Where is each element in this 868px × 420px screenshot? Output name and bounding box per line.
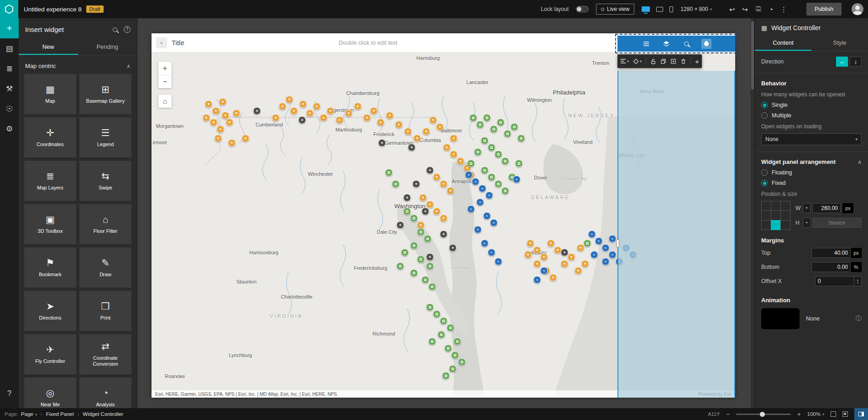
marker-orange-wildlife[interactable]: ✦ (440, 215, 448, 222)
copy-add-icon[interactable] (670, 58, 676, 64)
fit-to-window-icon[interactable] (831, 411, 836, 417)
marker-green-vegetation[interactable]: ✿ (438, 331, 445, 339)
widget-tile-coordinate-conversion[interactable]: ⇄Coordinate Conversion (79, 334, 131, 374)
breadcrumb-item[interactable]: Page▾ (21, 411, 37, 417)
marker-orange-wildlife[interactable]: ✦ (345, 110, 353, 117)
save-icon[interactable] (755, 5, 762, 13)
anchor-cell[interactable] (771, 210, 781, 220)
marker-green-vegetation[interactable]: ✿ (422, 276, 429, 284)
marker-orange-wildlife[interactable]: ✦ (443, 144, 451, 152)
radio-multiple[interactable]: Multiple (761, 112, 862, 119)
marker-green-vegetation[interactable]: ✿ (385, 169, 393, 177)
widget-tile-near-me[interactable]: ◎Near Me (24, 378, 76, 408)
marker-blue-water[interactable]: ≈ (490, 219, 498, 227)
list-icon[interactable] (641, 39, 651, 49)
marker-blue-water[interactable]: ≈ (486, 192, 493, 200)
widget-tile-draw[interactable]: ✎Draw (79, 247, 131, 288)
marker-orange-wildlife[interactable]: ✦ (436, 123, 444, 131)
rail-theme[interactable]: ☉ (0, 99, 19, 119)
widget-controller-bar[interactable] (617, 36, 735, 52)
marker-orange-wildlife[interactable]: ✦ (450, 151, 458, 158)
marker-orange-wildlife[interactable]: ✦ (440, 180, 448, 188)
marker-orange-wildlife[interactable]: ✦ (386, 112, 394, 120)
layers-icon[interactable] (661, 39, 671, 49)
marker-dark-site[interactable]: ✶ (422, 208, 429, 215)
marker-green-vegetation[interactable]: ✿ (433, 310, 441, 318)
phone-device-icon[interactable] (669, 6, 673, 12)
marker-green-vegetation[interactable]: ✿ (451, 352, 459, 359)
rail-data[interactable]: ≣ (0, 58, 19, 79)
marker-green-vegetation[interactable]: ✿ (447, 324, 455, 332)
height-stretch-button[interactable]: Stretch (812, 218, 862, 228)
more-options-icon[interactable]: ⋮ (780, 6, 787, 13)
marker-blue-water[interactable]: ≈ (602, 244, 610, 252)
rail-page[interactable]: ▤ (0, 38, 19, 58)
marker-orange-wildlife[interactable]: ✦ (226, 119, 234, 126)
marker-orange-wildlife[interactable]: ✦ (395, 121, 403, 129)
canvas-zoom-slider[interactable] (736, 414, 791, 415)
water-drop-icon[interactable] (701, 39, 711, 49)
marker-orange-wildlife[interactable]: ✦ (279, 103, 287, 110)
tablet-device-icon[interactable] (656, 7, 663, 12)
marker-orange-wildlife[interactable]: ✦ (575, 267, 582, 275)
marker-green-vegetation[interactable]: ✿ (410, 215, 418, 222)
top-margin-input[interactable] (811, 248, 851, 258)
live-view-button[interactable]: Live view (596, 4, 634, 15)
marker-green-vegetation[interactable]: ✿ (502, 158, 509, 165)
lock-layout-toggle[interactable] (576, 6, 589, 12)
a11y-label[interactable]: A11Y (708, 411, 720, 417)
radio-floating[interactable]: Floating (761, 169, 862, 176)
width-mode-dropdown[interactable]: ▾ (803, 203, 810, 213)
resolution-dropdown[interactable]: 1280 × 800 ▾ (680, 6, 711, 12)
marker-green-vegetation[interactable]: ✿ (481, 137, 489, 145)
zoom-out-canvas-icon[interactable]: − (726, 411, 730, 418)
marker-orange-wildlife[interactable]: ✦ (547, 240, 555, 247)
widget-tile-coordinates[interactable]: ✛Coordinates (24, 117, 76, 158)
marker-green-vegetation[interactable]: ✿ (488, 173, 496, 181)
marker-blue-water[interactable]: ≈ (609, 251, 617, 259)
anchor-cell[interactable] (761, 220, 771, 230)
widget-tile-bookmark[interactable]: ⚑Bookmark (24, 247, 76, 288)
tab-new[interactable]: New (19, 40, 78, 55)
trash-icon[interactable] (680, 58, 686, 64)
stepper-down-icon[interactable]: ▾ (857, 281, 858, 284)
slider-handle[interactable] (760, 412, 765, 417)
duplicate-icon[interactable] (660, 58, 666, 64)
zoom-percent-dropdown[interactable]: 100% ▾ (807, 411, 824, 417)
history-icon[interactable]: ◔ (769, 6, 773, 13)
anchor-cell[interactable] (780, 210, 790, 220)
zoom-out-button[interactable]: − (158, 75, 172, 88)
marker-orange-wildlife[interactable]: ✦ (228, 139, 236, 147)
marker-orange-wildlife[interactable]: ✦ (377, 119, 385, 126)
marker-dark-site[interactable]: ✶ (449, 244, 457, 252)
marker-green-vegetation[interactable]: ✿ (410, 242, 418, 250)
resize-handle-left[interactable] (616, 239, 619, 247)
anchor-cell[interactable] (771, 201, 781, 211)
rail-settings[interactable]: ⚙ (0, 119, 19, 139)
bottom-margin-input[interactable] (811, 262, 851, 272)
marker-orange-wildlife[interactable]: ✦ (354, 103, 362, 110)
marker-green-vegetation[interactable]: ✿ (483, 114, 491, 122)
marker-orange-wildlife[interactable]: ✦ (336, 116, 344, 124)
widget-tile-floor-filter[interactable]: ⌂Floor Filter (79, 204, 131, 244)
marker-blue-water[interactable]: ≈ (533, 276, 541, 284)
marker-orange-wildlife[interactable]: ✦ (404, 128, 412, 136)
marker-green-vegetation[interactable]: ✿ (429, 283, 436, 291)
marker-orange-wildlife[interactable]: ✦ (203, 114, 210, 122)
marker-blue-water[interactable]: ≈ (476, 199, 484, 206)
widget-tile-analysis[interactable]: ◔Analysis (79, 378, 131, 408)
marker-orange-wildlife[interactable]: ✦ (413, 135, 421, 142)
marker-green-vegetation[interactable]: ✿ (495, 151, 502, 158)
marker-blue-water[interactable]: ≈ (465, 171, 473, 179)
marker-green-vegetation[interactable]: ✿ (490, 126, 498, 133)
marker-orange-wildlife[interactable]: ✦ (219, 98, 227, 106)
anchor-cell[interactable] (780, 220, 790, 230)
marker-orange-wildlife[interactable]: ✦ (299, 100, 307, 108)
marker-green-vegetation[interactable]: ✿ (481, 167, 489, 174)
marker-orange-wildlife[interactable]: ✦ (533, 247, 541, 254)
home-extent-button[interactable]: ⌂ (158, 94, 172, 108)
animation-preview[interactable] (761, 308, 800, 329)
help-circle-icon[interactable]: ? (124, 26, 131, 33)
marker-blue-water[interactable]: ≈ (588, 231, 596, 238)
desktop-device-icon[interactable] (642, 6, 650, 12)
